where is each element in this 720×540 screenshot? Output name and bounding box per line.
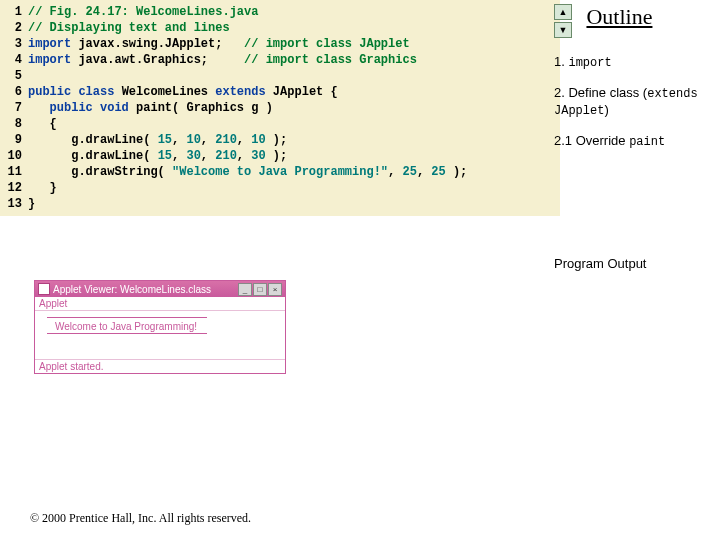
code-line: 9 g.drawLine( 15, 10, 210, 10 );	[0, 132, 560, 148]
maximize-button[interactable]: □	[253, 283, 267, 296]
code-text: }	[28, 180, 57, 196]
applet-menu[interactable]: Applet	[35, 297, 285, 311]
code-text: // Displaying text and lines	[28, 20, 230, 36]
close-button[interactable]: ×	[268, 283, 282, 296]
code-text: import java.awt.Graphics; // import clas…	[28, 52, 417, 68]
copyright-text: © 2000 Prentice Hall, Inc. All rights re…	[30, 511, 251, 526]
code-line: 2// Displaying text and lines	[0, 20, 560, 36]
code-text: g.drawLine( 15, 10, 210, 10 );	[28, 132, 287, 148]
code-text: import javax.swing.JApplet; // import cl…	[28, 36, 410, 52]
line-number: 8	[0, 116, 28, 132]
code-panel: 1// Fig. 24.17: WelcomeLines.java2// Dis…	[0, 0, 560, 216]
code-text	[28, 68, 35, 84]
code-text: public class WelcomeLines extends JApple…	[28, 84, 338, 100]
line-number: 12	[0, 180, 28, 196]
code-line: 7 public void paint( Graphics g )	[0, 100, 560, 116]
line-number: 9	[0, 132, 28, 148]
applet-body: Welcome to Java Programming!	[35, 311, 285, 359]
code-line: 4import java.awt.Graphics; // import cla…	[0, 52, 560, 68]
line-number: 7	[0, 100, 28, 116]
code-line: 10 g.drawLine( 15, 30, 210, 30 );	[0, 148, 560, 164]
line-number: 6	[0, 84, 28, 100]
line-number: 11	[0, 164, 28, 180]
line-number: 13	[0, 196, 28, 212]
line-number: 2	[0, 20, 28, 36]
applet-title: Applet Viewer: WelcomeLines.class	[53, 284, 211, 295]
code-line: 6public class WelcomeLines extends JAppl…	[0, 84, 560, 100]
outline-item: 2.1 Override paint	[554, 133, 714, 150]
outline-item: 2. Define class (extends JApplet)	[554, 85, 714, 119]
minimize-button[interactable]: _	[238, 283, 252, 296]
applet-titlebar: Applet Viewer: WelcomeLines.class _ □ ×	[35, 281, 285, 297]
line-number: 10	[0, 148, 28, 164]
program-output-label: Program Output	[554, 256, 714, 271]
line-number: 1	[0, 4, 28, 20]
code-line: 13}	[0, 196, 560, 212]
applet-icon	[38, 283, 50, 295]
code-line: 1// Fig. 24.17: WelcomeLines.java	[0, 4, 560, 20]
code-text: public void paint( Graphics g )	[28, 100, 273, 116]
outline-title: Outline	[586, 4, 652, 30]
drawn-line-1	[47, 317, 207, 318]
outline-panel: ▲ ▼ Outline 1. import2. Define class (ex…	[548, 0, 720, 154]
drawn-string: Welcome to Java Programming!	[55, 321, 197, 332]
drawn-line-2	[47, 333, 207, 334]
code-text: g.drawString( "Welcome to Java Programmi…	[28, 164, 467, 180]
code-text: }	[28, 196, 35, 212]
outline-item: 1. import	[554, 54, 714, 71]
line-number: 3	[0, 36, 28, 52]
code-text: {	[28, 116, 57, 132]
applet-window: Applet Viewer: WelcomeLines.class _ □ × …	[34, 280, 286, 374]
code-text: // Fig. 24.17: WelcomeLines.java	[28, 4, 258, 20]
nav-next-button[interactable]: ▼	[554, 22, 572, 38]
applet-status: Applet started.	[35, 359, 285, 373]
code-line: 12 }	[0, 180, 560, 196]
nav-prev-button[interactable]: ▲	[554, 4, 572, 20]
code-line: 11 g.drawString( "Welcome to Java Progra…	[0, 164, 560, 180]
line-number: 4	[0, 52, 28, 68]
code-line: 5	[0, 68, 560, 84]
code-line: 8 {	[0, 116, 560, 132]
code-line: 3import javax.swing.JApplet; // import c…	[0, 36, 560, 52]
line-number: 5	[0, 68, 28, 84]
code-text: g.drawLine( 15, 30, 210, 30 );	[28, 148, 287, 164]
